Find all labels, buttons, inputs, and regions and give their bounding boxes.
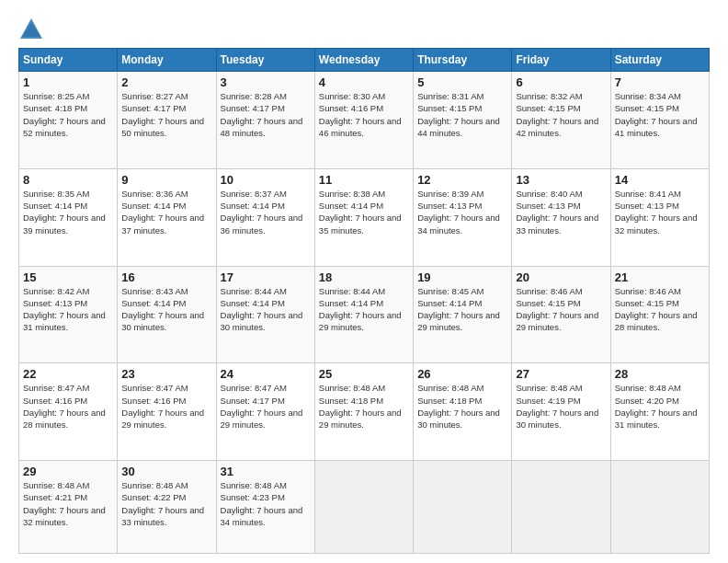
day-info: Sunrise: 8:44 AMSunset: 4:14 PMDaylight:… xyxy=(221,285,311,334)
day-number: 29 xyxy=(23,465,113,478)
day-number: 7 xyxy=(615,75,705,89)
day-number: 1 xyxy=(23,75,113,89)
day-info: Sunrise: 8:37 AMSunset: 4:14 PMDaylight:… xyxy=(221,188,311,236)
day-info: Sunrise: 8:48 AMSunset: 4:22 PMDaylight:… xyxy=(121,479,211,528)
day-number: 19 xyxy=(417,270,507,284)
day-number: 18 xyxy=(319,270,409,284)
calendar-cell: 11Sunrise: 8:38 AMSunset: 4:14 PMDayligh… xyxy=(314,168,413,266)
day-info: Sunrise: 8:35 AMSunset: 4:14 PMDaylight:… xyxy=(23,188,113,236)
day-info: Sunrise: 8:31 AMSunset: 4:15 PMDaylight:… xyxy=(417,90,507,139)
day-number: 27 xyxy=(516,367,606,381)
calendar-week-row: 1Sunrise: 8:25 AMSunset: 4:18 PMDaylight… xyxy=(19,72,710,169)
day-info: Sunrise: 8:46 AMSunset: 4:15 PMDaylight:… xyxy=(516,285,606,334)
day-number: 22 xyxy=(23,367,113,381)
calendar-week-row: 8Sunrise: 8:35 AMSunset: 4:14 PMDaylight… xyxy=(19,168,710,266)
day-info: Sunrise: 8:48 AMSunset: 4:19 PMDaylight:… xyxy=(516,382,606,431)
day-info: Sunrise: 8:36 AMSunset: 4:14 PMDaylight:… xyxy=(121,188,211,236)
calendar-week-row: 15Sunrise: 8:42 AMSunset: 4:13 PMDayligh… xyxy=(19,266,710,363)
calendar-cell: 14Sunrise: 8:41 AMSunset: 4:13 PMDayligh… xyxy=(610,168,709,266)
day-info: Sunrise: 8:48 AMSunset: 4:18 PMDaylight:… xyxy=(319,382,409,431)
day-info: Sunrise: 8:43 AMSunset: 4:14 PMDaylight:… xyxy=(121,285,211,334)
calendar-cell: 29Sunrise: 8:48 AMSunset: 4:21 PMDayligh… xyxy=(19,461,118,554)
calendar-cell xyxy=(512,461,610,554)
day-number: 11 xyxy=(319,173,409,187)
calendar-week-row: 22Sunrise: 8:47 AMSunset: 4:16 PMDayligh… xyxy=(19,363,710,461)
day-number: 16 xyxy=(121,270,211,284)
day-info: Sunrise: 8:48 AMSunset: 4:18 PMDaylight:… xyxy=(417,382,507,431)
day-number: 20 xyxy=(516,270,606,284)
day-number: 31 xyxy=(221,465,311,478)
day-info: Sunrise: 8:28 AMSunset: 4:17 PMDaylight:… xyxy=(221,90,311,139)
calendar-cell: 26Sunrise: 8:48 AMSunset: 4:18 PMDayligh… xyxy=(414,363,512,461)
day-number: 10 xyxy=(221,173,311,187)
logo xyxy=(18,17,48,42)
day-number: 21 xyxy=(615,270,705,284)
day-number: 15 xyxy=(23,270,113,284)
calendar-cell: 28Sunrise: 8:48 AMSunset: 4:20 PMDayligh… xyxy=(610,363,709,461)
day-info: Sunrise: 8:47 AMSunset: 4:16 PMDaylight:… xyxy=(121,382,211,431)
column-header-saturday: Saturday xyxy=(610,49,709,72)
day-number: 8 xyxy=(23,173,113,187)
svg-marker-1 xyxy=(22,22,40,37)
day-number: 9 xyxy=(121,173,211,187)
day-number: 13 xyxy=(516,173,606,187)
day-number: 26 xyxy=(417,367,507,381)
day-info: Sunrise: 8:42 AMSunset: 4:13 PMDaylight:… xyxy=(23,285,113,334)
day-number: 3 xyxy=(221,75,311,89)
calendar-cell: 17Sunrise: 8:44 AMSunset: 4:14 PMDayligh… xyxy=(216,266,314,363)
calendar-page: SundayMondayTuesdayWednesdayThursdayFrid… xyxy=(0,0,728,563)
calendar-cell: 4Sunrise: 8:30 AMSunset: 4:16 PMDaylight… xyxy=(314,72,413,169)
column-header-friday: Friday xyxy=(512,49,610,72)
day-info: Sunrise: 8:48 AMSunset: 4:23 PMDaylight:… xyxy=(221,479,311,528)
calendar-cell: 23Sunrise: 8:47 AMSunset: 4:16 PMDayligh… xyxy=(118,363,216,461)
day-info: Sunrise: 8:39 AMSunset: 4:13 PMDaylight:… xyxy=(417,188,507,236)
day-number: 2 xyxy=(121,75,211,89)
calendar-cell: 19Sunrise: 8:45 AMSunset: 4:14 PMDayligh… xyxy=(414,266,512,363)
calendar-cell: 12Sunrise: 8:39 AMSunset: 4:13 PMDayligh… xyxy=(414,168,512,266)
day-number: 4 xyxy=(319,75,409,89)
calendar-cell: 7Sunrise: 8:34 AMSunset: 4:15 PMDaylight… xyxy=(610,72,709,169)
calendar-cell: 10Sunrise: 8:37 AMSunset: 4:14 PMDayligh… xyxy=(216,168,314,266)
day-info: Sunrise: 8:48 AMSunset: 4:21 PMDaylight:… xyxy=(23,479,113,528)
day-info: Sunrise: 8:30 AMSunset: 4:16 PMDaylight:… xyxy=(319,90,409,139)
calendar-header-row: SundayMondayTuesdayWednesdayThursdayFrid… xyxy=(19,49,710,72)
day-number: 30 xyxy=(121,465,211,478)
column-header-sunday: Sunday xyxy=(19,49,118,72)
day-number: 12 xyxy=(417,173,507,187)
column-header-tuesday: Tuesday xyxy=(216,49,314,72)
page-header xyxy=(18,17,710,42)
calendar-cell: 27Sunrise: 8:48 AMSunset: 4:19 PMDayligh… xyxy=(512,363,610,461)
day-info: Sunrise: 8:34 AMSunset: 4:15 PMDaylight:… xyxy=(615,90,705,139)
calendar-cell: 30Sunrise: 8:48 AMSunset: 4:22 PMDayligh… xyxy=(118,461,216,554)
day-info: Sunrise: 8:27 AMSunset: 4:17 PMDaylight:… xyxy=(121,90,211,139)
calendar-week-row: 29Sunrise: 8:48 AMSunset: 4:21 PMDayligh… xyxy=(19,461,710,554)
calendar-cell xyxy=(314,461,413,554)
day-number: 5 xyxy=(417,75,507,89)
day-number: 23 xyxy=(121,367,211,381)
logo-icon xyxy=(18,17,44,42)
day-info: Sunrise: 8:48 AMSunset: 4:20 PMDaylight:… xyxy=(615,382,705,431)
calendar-cell: 22Sunrise: 8:47 AMSunset: 4:16 PMDayligh… xyxy=(19,363,118,461)
column-header-monday: Monday xyxy=(118,49,216,72)
column-header-wednesday: Wednesday xyxy=(314,49,413,72)
calendar-cell xyxy=(610,461,709,554)
day-info: Sunrise: 8:40 AMSunset: 4:13 PMDaylight:… xyxy=(516,188,606,236)
calendar-cell: 31Sunrise: 8:48 AMSunset: 4:23 PMDayligh… xyxy=(216,461,314,554)
calendar-cell: 21Sunrise: 8:46 AMSunset: 4:15 PMDayligh… xyxy=(610,266,709,363)
day-number: 6 xyxy=(516,75,606,89)
day-number: 25 xyxy=(319,367,409,381)
calendar-cell: 2Sunrise: 8:27 AMSunset: 4:17 PMDaylight… xyxy=(118,72,216,169)
day-info: Sunrise: 8:38 AMSunset: 4:14 PMDaylight:… xyxy=(319,188,409,236)
calendar-cell: 3Sunrise: 8:28 AMSunset: 4:17 PMDaylight… xyxy=(216,72,314,169)
day-info: Sunrise: 8:25 AMSunset: 4:18 PMDaylight:… xyxy=(23,90,113,139)
day-info: Sunrise: 8:46 AMSunset: 4:15 PMDaylight:… xyxy=(615,285,705,334)
day-info: Sunrise: 8:47 AMSunset: 4:16 PMDaylight:… xyxy=(23,382,113,431)
calendar-cell: 15Sunrise: 8:42 AMSunset: 4:13 PMDayligh… xyxy=(19,266,118,363)
day-info: Sunrise: 8:32 AMSunset: 4:15 PMDaylight:… xyxy=(516,90,606,139)
calendar-table: SundayMondayTuesdayWednesdayThursdayFrid… xyxy=(18,48,710,554)
calendar-cell: 16Sunrise: 8:43 AMSunset: 4:14 PMDayligh… xyxy=(118,266,216,363)
calendar-cell: 8Sunrise: 8:35 AMSunset: 4:14 PMDaylight… xyxy=(19,168,118,266)
calendar-cell: 24Sunrise: 8:47 AMSunset: 4:17 PMDayligh… xyxy=(216,363,314,461)
calendar-cell: 18Sunrise: 8:44 AMSunset: 4:14 PMDayligh… xyxy=(314,266,413,363)
calendar-cell: 13Sunrise: 8:40 AMSunset: 4:13 PMDayligh… xyxy=(512,168,610,266)
